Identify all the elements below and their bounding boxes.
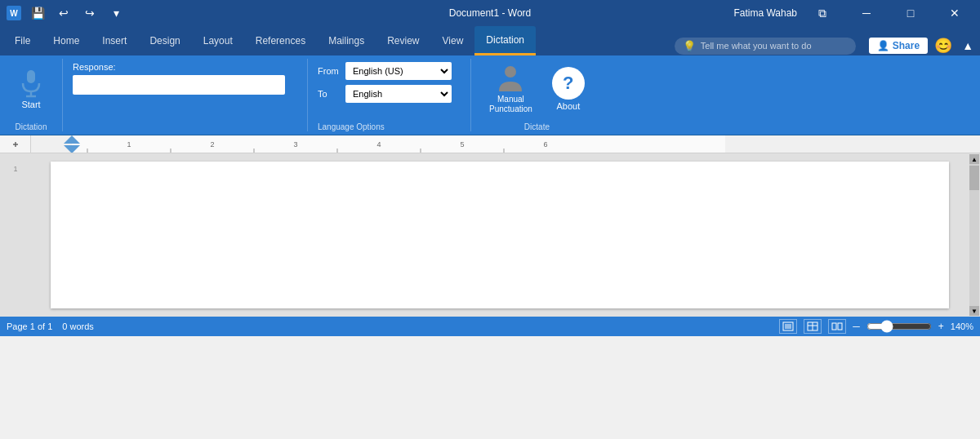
svg-rect-29 [832,323,836,330]
scroll-up-button[interactable]: ▲ [969,154,979,164]
document-area: 1 2 3 4 5 6 1 [0,135,980,317]
response-input[interactable] [73,75,285,95]
from-language-select[interactable]: English (US) [345,62,452,80]
ribbon-group-language: From English (US) To English Language Op… [308,59,471,131]
left-margin: 1 [0,153,31,317]
svg-text:6: 6 [543,140,547,149]
dictate-group-label: Dictate [524,119,550,131]
document-scroll: 1 ▲ ▼ [0,153,980,317]
svg-text:2: 2 [210,140,214,149]
print-layout-button[interactable] [779,319,797,334]
zoom-slider[interactable] [866,320,932,333]
page-info: Page 1 of 1 [7,321,52,331]
from-label: From [318,66,341,76]
about-label: About [556,101,580,111]
svg-point-3 [505,66,516,78]
close-button[interactable]: ✕ [936,0,973,26]
scroll-down-button[interactable]: ▼ [969,306,979,316]
to-language-select[interactable]: English [345,85,452,103]
svg-text:4: 4 [376,140,381,149]
tab-home[interactable]: Home [42,26,91,55]
share-icon: 👤 [877,40,889,51]
quick-access-toolbar: 💾 ↩ ↪ ▾ [26,2,127,24]
ribbon-group-dictate-inner: ManualPunctuation ? About Dictate [481,59,593,131]
save-button[interactable]: 💾 [26,2,49,24]
read-mode-button[interactable] [828,319,846,334]
ribbon-group-dictation: Start Dictation [0,59,63,131]
svg-text:3: 3 [293,140,297,149]
title-bar-left: W 💾 ↩ ↪ ▾ [7,2,127,24]
dictation-group-label: Dictation [16,119,47,131]
status-right: ─ + 140% [779,319,973,334]
share-label: Share [893,40,920,51]
document-title: Document1 - Word [449,7,531,19]
lightbulb-icon: 💡 [683,40,696,52]
undo-button[interactable]: ↩ [52,2,75,24]
tab-mailings[interactable]: Mailings [317,26,376,55]
vertical-scrollbar[interactable]: ▲ ▼ [969,153,980,317]
svg-rect-0 [27,70,35,83]
document-content[interactable] [31,153,969,317]
tab-insert[interactable]: Insert [91,26,138,55]
language-group-content: From English (US) To English [318,59,452,119]
restore-button[interactable]: ⧉ [804,0,841,26]
svg-text:5: 5 [460,140,464,149]
zoom-out-icon: ─ [853,321,860,332]
manual-punctuation-button[interactable]: ManualPunctuation [481,59,541,119]
maximize-button[interactable]: □ [892,0,929,26]
dictate-buttons: ManualPunctuation ? About [481,59,593,119]
username: Fatima Wahab [733,7,797,19]
document-page[interactable] [51,162,949,308]
response-label: Response: [73,62,116,72]
collapse-ribbon-button[interactable]: ▲ [959,36,977,55]
share-button[interactable]: 👤 Share [869,38,928,54]
web-layout-button[interactable] [804,319,822,334]
ribbon: File Home Insert Design Layout Reference… [0,26,980,135]
tell-me-input[interactable] [701,41,848,51]
manual-punctuation-label: ManualPunctuation [489,95,532,114]
tab-dictation[interactable]: Dictation [474,26,536,55]
question-mark-icon: ? [552,67,585,100]
dictation-group-content: Start [10,59,52,119]
tab-review[interactable]: Review [376,26,430,55]
tab-bar: File Home Insert Design Layout Reference… [0,26,980,55]
zoom-in-icon: + [938,321,944,332]
microphone-icon [16,69,46,98]
svg-text:1: 1 [127,140,131,149]
minimize-button[interactable]: ─ [848,0,885,26]
page-indicator: 1 [13,165,17,173]
user-info: Fatima Wahab [733,7,797,19]
tab-design[interactable]: Design [138,26,191,55]
tab-layout[interactable]: Layout [192,26,244,55]
dictation-start-button[interactable]: Start [10,65,52,113]
ribbon-group-response: Response: [63,59,308,131]
zoom-level: 140% [951,321,973,331]
ruler-corner [0,135,31,153]
tab-references[interactable]: References [244,26,317,55]
status-bar: Page 1 of 1 0 words ─ + 140% [0,317,980,336]
tab-view[interactable]: View [431,26,475,55]
scroll-thumb[interactable] [969,166,979,190]
start-label: Start [21,100,40,109]
to-row: To English [318,85,452,103]
to-label: To [318,89,341,99]
customize-quick-access-button[interactable]: ▾ [105,2,127,24]
tell-me-wrapper[interactable]: 💡 [675,38,856,55]
person-icon [496,64,525,93]
ruler: 1 2 3 4 5 6 [0,135,980,153]
redo-button[interactable]: ↪ [78,2,101,24]
from-row: From English (US) [318,62,452,80]
svg-rect-30 [838,323,842,330]
title-bar: W 💾 ↩ ↪ ▾ Document1 - Word Fatima Wahab … [0,0,980,26]
emoji-button[interactable]: 😊 [934,37,952,55]
ribbon-group-dictate: ManualPunctuation ? About Dictate [471,59,603,131]
word-icon: W [7,6,21,20]
language-group-label: Language Options [318,119,385,131]
svg-rect-7 [72,135,725,153]
word-count: 0 words [62,321,94,331]
tab-file[interactable]: File [3,26,42,55]
about-button[interactable]: ? About [544,62,593,116]
ruler-body: 1 2 3 4 5 6 [31,135,980,153]
ribbon-top-right: 💡 👤 Share 😊 ▲ [675,36,977,55]
title-bar-right: Fatima Wahab ⧉ ─ □ ✕ [733,0,973,26]
